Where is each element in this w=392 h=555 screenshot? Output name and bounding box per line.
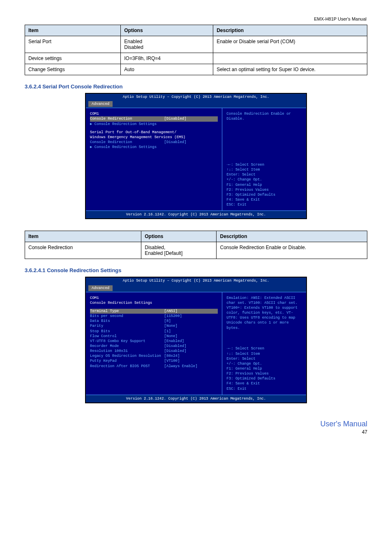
flow-control[interactable]: Flow Control: [90, 334, 164, 339]
footer-page-number: 47: [25, 429, 367, 435]
bios-tab-advanced[interactable]: Advanced: [88, 285, 113, 291]
key-hints: →←: Select Screen ↑↓: Select Item Enter:…: [226, 346, 302, 391]
cell: Change Settings: [25, 64, 121, 75]
bios-screenshot-2: Aptio Setup Utility – Copyright (C) 2013…: [85, 277, 307, 403]
cell: Enabled Disabled: [121, 36, 213, 53]
terminal-type-value[interactable]: [ANSI]: [164, 309, 218, 314]
page-footer: User's Manual 47: [25, 420, 367, 435]
terminal-type[interactable]: Terminal Type: [90, 309, 164, 314]
footer-title: User's Manual: [25, 420, 367, 428]
th-desc: Description: [213, 25, 367, 36]
cell: Serial Port: [25, 36, 121, 53]
bios-title: Aptio Setup Utility – Copyright (C) 2013…: [86, 278, 306, 284]
section-heading-2: 3.6.2.4.1 Console Redirection Settings: [25, 267, 367, 273]
help-text: Emulation: ANSI: Extended ASCII char set…: [226, 296, 302, 331]
console-redirection-value[interactable]: [Disabled]: [164, 116, 218, 121]
doc-header-right: EMX-H81P User's Manual: [25, 16, 367, 21]
th-options: Options: [141, 231, 217, 242]
th-options: Options: [121, 25, 213, 36]
console-redirection-settings-ems-link[interactable]: ▶ Console Redirection Settings: [90, 145, 218, 150]
cell: Console Redirection: [25, 242, 141, 259]
th-item: Item: [25, 25, 121, 36]
console-redirection-settings-link[interactable]: ▶ Console Redirection Settings: [90, 122, 218, 127]
cell: [213, 53, 367, 64]
group-oob-2: Windows Emergency Management Services (E…: [90, 135, 218, 140]
cell: IO=3F8h, IRQ=4: [121, 53, 213, 64]
cell: Auto: [121, 64, 213, 75]
options-table-1: Item Options Description Serial Port Ena…: [25, 25, 367, 75]
redirection-after-post[interactable]: Redirection After BIOS POST: [90, 364, 164, 369]
subtitle: Console Redirection Settings: [90, 301, 218, 305]
cell: Select an optimal setting for Super IO d…: [213, 64, 367, 75]
th-item: Item: [25, 231, 141, 242]
section-heading-1: 3.6.2.4 Serial Port Console Redirection: [25, 83, 367, 90]
th-desc: Description: [217, 231, 367, 242]
bios-tab-advanced[interactable]: Advanced: [88, 101, 113, 107]
help-text: Console Redirection Enable or Disable.: [226, 111, 302, 121]
bios-footer: Version 2.16.1242. Copyright (C) 2013 Am…: [86, 210, 306, 218]
vt-utf8-combo[interactable]: VT-UTF8 Combo Key Support: [90, 339, 164, 344]
options-table-2: Item Options Description Console Redirec…: [25, 231, 367, 259]
cell: Disabled, Enabled [Default]: [141, 242, 217, 259]
resolution-100x31[interactable]: Resolution 100x31: [90, 349, 164, 354]
cell: Enable or Disable serial Port (COM): [213, 36, 367, 53]
cell: Console Redirection Enable or Disable.: [217, 242, 367, 259]
parity[interactable]: Parity: [90, 324, 164, 328]
cell: Device settings: [25, 53, 121, 64]
bios-footer: Version 2.16.1242. Copyright (C) 2013 Am…: [86, 395, 306, 402]
group-oob-1: Serial Port for Out-of-Band Management/: [90, 130, 218, 135]
group-com1: COM1: [90, 296, 218, 301]
bits-per-second[interactable]: Bits per second: [90, 314, 164, 319]
key-hints: →←: Select Screen ↑↓: Select Item Enter:…: [226, 162, 302, 207]
legacy-os-res[interactable]: Legacy OS Redirection Resolution: [90, 354, 164, 358]
data-bits[interactable]: Data Bits: [90, 319, 164, 324]
bios-title: Aptio Setup Utility – Copyright (C) 2013…: [86, 94, 306, 100]
console-redirection-ems-value[interactable]: [Disabled]: [164, 140, 218, 145]
console-redirection[interactable]: Console Redirection: [90, 116, 164, 121]
putty-keypad[interactable]: Putty KeyPad: [90, 358, 164, 363]
recorder-mode[interactable]: Recorder Mode: [90, 344, 164, 349]
console-redirection-ems[interactable]: Console Redirection: [90, 140, 164, 145]
group-com1: COM1: [90, 111, 218, 116]
bios-screenshot-1: Aptio Setup Utility – Copyright (C) 2013…: [85, 93, 307, 219]
stop-bits[interactable]: Stop Bits: [90, 329, 164, 334]
